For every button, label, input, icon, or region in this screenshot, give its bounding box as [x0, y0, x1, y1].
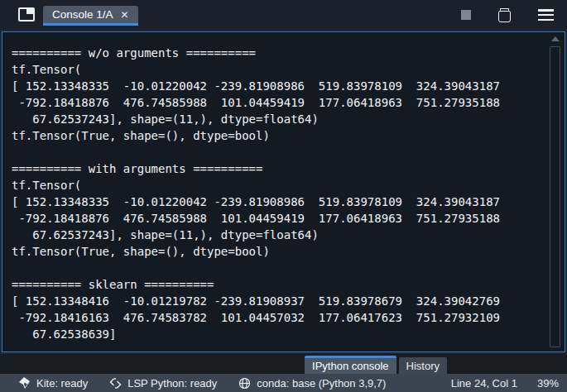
tab-ipython-console[interactable]: IPython console — [305, 356, 396, 374]
pane-switch-tabs: IPython console History — [0, 354, 567, 374]
conda-icon — [238, 377, 251, 390]
tab-label: Console 1/A — [52, 8, 113, 21]
vertical-scrollbar[interactable] — [548, 35, 563, 349]
status-lsp[interactable]: LSP Python: ready — [109, 377, 217, 390]
tab-history[interactable]: History — [399, 357, 447, 374]
cursor-position-label: Line 24, Col 1 — [451, 377, 517, 390]
console-actions — [461, 0, 554, 30]
ipython-console-pane: ========== w/o arguments ========== tf.T… — [0, 30, 567, 354]
tab-history-label: History — [406, 360, 440, 372]
status-memory-usage: 39% — [537, 377, 559, 390]
lsp-icon — [109, 377, 122, 390]
console-tab-bar: Console 1/A ✕ — [0, 0, 567, 30]
conda-status-label: conda: base (Python 3,9,7) — [257, 377, 386, 390]
status-conda-env[interactable]: conda: base (Python 3,9,7) — [238, 377, 386, 390]
close-icon[interactable]: ✕ — [121, 10, 129, 20]
kite-status-label: Kite: ready — [36, 377, 88, 390]
tab-ipython-console-label: IPython console — [312, 360, 389, 372]
memory-percent-label: 39% — [537, 377, 559, 390]
status-cursor-position: Line 24, Col 1 — [451, 377, 517, 390]
trash-body — [498, 11, 511, 22]
tab-console-1a[interactable]: Console 1/A ✕ — [43, 6, 138, 26]
status-bar: Kite: ready LSP Python: ready conda: bas… — [0, 374, 567, 392]
scrollbar-thumb[interactable] — [550, 46, 560, 347]
console-output: ========== w/o arguments ========== tf.T… — [2, 32, 565, 342]
interrupt-kernel-icon[interactable] — [461, 10, 471, 20]
options-menu-icon[interactable] — [538, 9, 554, 21]
lsp-status-label: LSP Python: ready — [127, 377, 217, 390]
browse-tabs-icon — [18, 7, 35, 22]
scroll-up-arrow-icon[interactable] — [551, 36, 560, 41]
status-kite[interactable]: Kite: ready — [18, 377, 88, 390]
console-output-area[interactable]: ========== w/o arguments ========== tf.T… — [2, 31, 565, 352]
browse-tabs-button[interactable] — [18, 7, 35, 22]
kite-icon — [18, 377, 31, 390]
remove-variables-trash-icon[interactable] — [498, 8, 511, 22]
